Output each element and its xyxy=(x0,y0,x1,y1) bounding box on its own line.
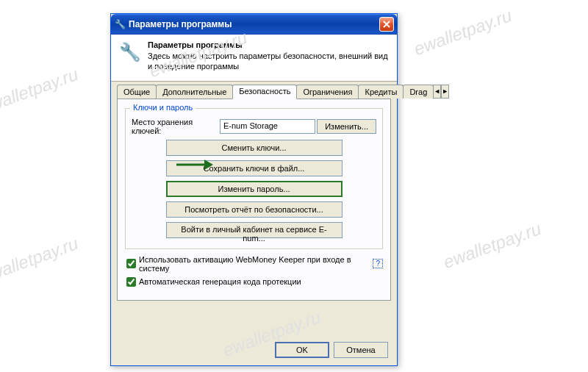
wrench-icon: 🔧 xyxy=(114,18,126,30)
key-location-label: Место хранения ключей: xyxy=(132,118,220,135)
svg-marker-1 xyxy=(204,160,213,170)
watermark: ewalletpay.ru xyxy=(0,233,81,287)
enum-cabinet-button[interactable]: Войти в личный кабинет на сервисе E-num.… xyxy=(166,222,343,238)
tab-strip: Общие Дополнительные Безопасность Ограни… xyxy=(117,85,391,99)
activation-checkbox[interactable] xyxy=(126,259,136,268)
activation-label: Использовать активацию WebMoney Keeper п… xyxy=(139,255,368,273)
close-button[interactable] xyxy=(379,17,394,32)
tab-additional[interactable]: Дополнительные xyxy=(156,85,233,99)
titlebar[interactable]: 🔧 Параметры программы xyxy=(111,14,397,35)
tab-credits[interactable]: Кредиты xyxy=(358,85,404,99)
header-title: Параметры программы xyxy=(148,40,390,49)
groupbox-title: Ключи и пароль xyxy=(130,103,196,112)
dialog-footer: OK Отмена xyxy=(275,342,388,358)
tab-content-security: Ключи и пароль Место хранения ключей: E-… xyxy=(117,99,391,301)
tab-scroll-right[interactable]: ► xyxy=(441,85,449,99)
watermark: ewalletpay.ru xyxy=(411,5,514,60)
key-location-value: E-num Storage xyxy=(220,119,315,134)
change-password-button[interactable]: Изменить пароль... xyxy=(166,181,343,197)
security-report-button[interactable]: Посмотреть отчёт по безопасности... xyxy=(166,201,343,218)
watermark: ewalletpay.ru xyxy=(0,64,81,118)
wrench-icon: 🔧 xyxy=(118,40,142,64)
activation-checkbox-row: Использовать активацию WebMoney Keeper п… xyxy=(125,255,383,273)
ok-button[interactable]: OK xyxy=(275,342,329,358)
annotation-arrow xyxy=(176,158,213,171)
watermark: ewalletpay.ru xyxy=(440,218,544,273)
autogen-label: Автоматическая генерация кода протекции xyxy=(139,277,301,286)
change-keys-button[interactable]: Сменить ключи... xyxy=(166,140,343,156)
tab-general[interactable]: Общие xyxy=(117,85,157,99)
dialog-header: 🔧 Параметры программы Здесь можно настро… xyxy=(111,35,397,82)
cancel-button[interactable]: Отмена xyxy=(334,342,388,358)
change-location-button[interactable]: Изменить... xyxy=(317,119,376,134)
titlebar-text: Параметры программы xyxy=(129,19,379,29)
header-description: Здесь можно настроить параметры безопасн… xyxy=(148,51,390,72)
tab-security[interactable]: Безопасность xyxy=(232,85,297,99)
help-link[interactable]: ? xyxy=(373,259,383,268)
autogen-checkbox[interactable] xyxy=(126,277,136,287)
autogen-checkbox-row: Автоматическая генерация кода протекции xyxy=(125,277,383,287)
tab-drag[interactable]: Drag xyxy=(403,85,434,99)
tab-scroll-left[interactable]: ◄ xyxy=(433,85,441,99)
tab-limits[interactable]: Ограничения xyxy=(296,85,359,99)
keys-password-group: Ключи и пароль Место хранения ключей: E-… xyxy=(125,108,383,249)
settings-dialog: 🔧 Параметры программы 🔧 Параметры програ… xyxy=(110,13,398,366)
